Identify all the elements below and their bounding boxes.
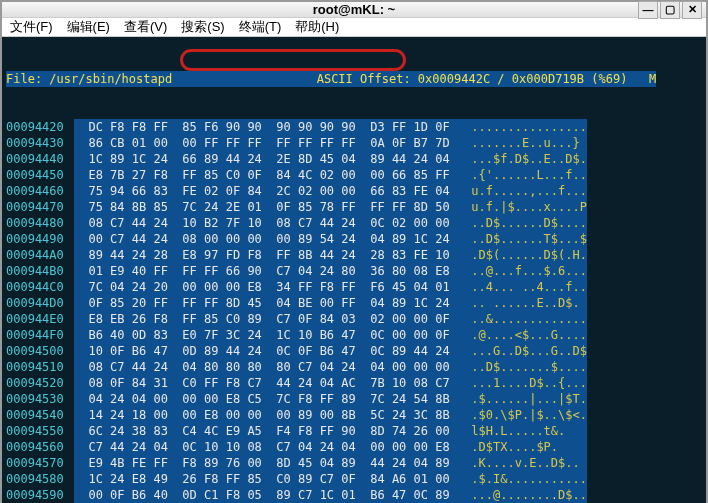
hex-row: 000944F0 B6 40 0D 83 E0 7F 3C 24 1C 10 B… — [6, 327, 702, 343]
titlebar[interactable]: root@mKL: ~ — ▢ ✕ — [2, 2, 706, 18]
menu-terminal[interactable]: 终端(T) — [239, 18, 282, 36]
menu-search[interactable]: 搜索(S) — [181, 18, 224, 36]
hex-row: 00094510 08 C7 44 24 04 80 80 80 80 C7 0… — [6, 359, 702, 375]
hex-row: 00094420 DC F8 F8 FF 85 F6 90 90 90 90 9… — [6, 119, 702, 135]
hex-row: 00094590 00 0F B6 40 0D C1 F8 05 89 C7 1… — [6, 487, 702, 503]
maximize-button[interactable]: ▢ — [660, 1, 680, 19]
hex-row: 00094480 08 C7 44 24 10 B2 7F 10 08 C7 4… — [6, 215, 702, 231]
menu-file[interactable]: 文件(F) — [10, 18, 53, 36]
hex-row: 000944E0 E8 EB 26 F8 FF 85 C0 89 C7 0F 8… — [6, 311, 702, 327]
menubar: 文件(F) 编辑(E) 查看(V) 搜索(S) 终端(T) 帮助(H) — [2, 18, 706, 37]
status-line: File: /usr/sbin/hostapd ASCII Offset: 0x… — [6, 71, 702, 87]
hex-row: 000944A0 89 44 24 28 E8 97 FD F8 FF 8B 4… — [6, 247, 702, 263]
window-controls: — ▢ ✕ — [638, 1, 702, 19]
hex-row: 000944B0 01 E9 40 FF FF FF 66 90 C7 04 2… — [6, 263, 702, 279]
hex-row: 00094440 1C 89 1C 24 66 89 44 24 2E 8D 4… — [6, 151, 702, 167]
window-title: root@mKL: ~ — [313, 2, 395, 17]
hex-row: 00094560 C7 44 24 04 0C 10 10 08 C7 04 2… — [6, 439, 702, 455]
hex-row: 000944D0 0F 85 20 FF FF FF 8D 45 04 BE 0… — [6, 295, 702, 311]
menu-help[interactable]: 帮助(H) — [295, 18, 339, 36]
minimize-button[interactable]: — — [638, 1, 658, 19]
hex-row: 00094530 04 24 04 00 00 00 E8 C5 7C F8 F… — [6, 391, 702, 407]
highlight-oval — [180, 49, 406, 71]
hex-row: 000944C0 7C 04 24 20 00 00 00 E8 34 FF F… — [6, 279, 702, 295]
hex-row: 00094580 1C 24 E8 49 26 F8 FF 85 C0 89 C… — [6, 471, 702, 487]
hex-row: 00094450 E8 7B 27 F8 FF 85 C0 0F 84 4C 0… — [6, 167, 702, 183]
hex-row: 00094540 14 24 18 00 00 E8 00 00 00 89 0… — [6, 407, 702, 423]
menu-edit[interactable]: 编辑(E) — [67, 18, 110, 36]
hex-row: 00094550 6C 24 38 83 C4 4C E9 A5 F4 F8 F… — [6, 423, 702, 439]
hex-row: 00094430 86 CB 01 00 00 FF FF FF FF FF F… — [6, 135, 702, 151]
terminal-content[interactable]: File: /usr/sbin/hostapd ASCII Offset: 0x… — [2, 37, 706, 503]
menu-view[interactable]: 查看(V) — [124, 18, 167, 36]
hex-row: 00094520 08 0F 84 31 C0 FF F8 C7 44 24 0… — [6, 375, 702, 391]
hex-row: 00094460 75 94 66 83 FE 02 0F 84 2C 02 0… — [6, 183, 702, 199]
hex-row: 00094490 00 C7 44 24 08 00 00 00 00 89 5… — [6, 231, 702, 247]
hex-dump: 00094420 DC F8 F8 FF 85 F6 90 90 90 90 9… — [6, 119, 702, 503]
hex-row: 00094470 75 84 8B 85 7C 24 2E 01 0F 85 7… — [6, 199, 702, 215]
close-button[interactable]: ✕ — [682, 1, 702, 19]
hex-row: 00094500 10 0F B6 47 0D 89 44 24 0C 0F B… — [6, 343, 702, 359]
terminal-window: root@mKL: ~ — ▢ ✕ 文件(F) 编辑(E) 查看(V) 搜索(S… — [0, 0, 708, 503]
hex-row: 00094570 E9 4B FE FF F8 89 76 00 8D 45 0… — [6, 455, 702, 471]
